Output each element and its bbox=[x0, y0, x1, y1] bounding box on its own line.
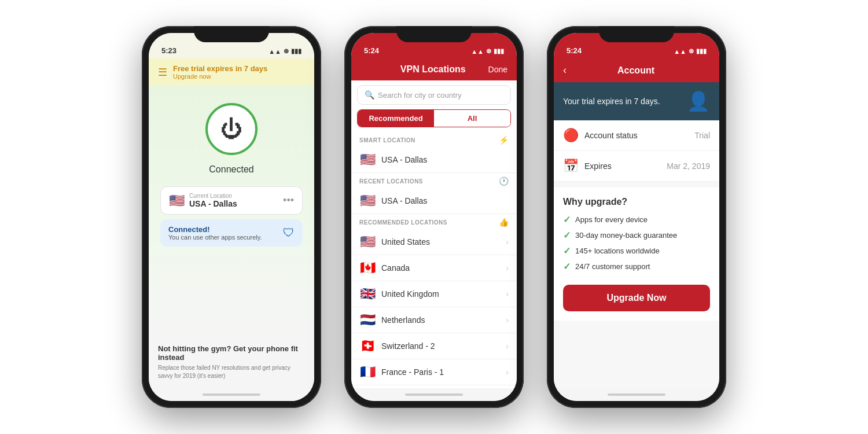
list-item-uk[interactable]: 🇬🇧 United Kingdom › bbox=[351, 281, 517, 307]
trial-banner: ☰ Free trial expires in 7 days Upgrade n… bbox=[149, 58, 314, 86]
trial-info-bar: Your trial expires in 7 days. 👤 bbox=[554, 82, 719, 120]
feature-text-1: Apps for every device bbox=[575, 215, 648, 224]
current-location-label: Current Location bbox=[189, 193, 237, 199]
recent-header: RECENT LOCATIONS 🕐 bbox=[351, 173, 517, 188]
avatar-icon: 👤 bbox=[687, 90, 710, 112]
trial-info-text: Your trial expires in 7 days. bbox=[563, 97, 660, 106]
smart-location-item[interactable]: 🇺🇸 USA - Dallas bbox=[351, 147, 517, 173]
expires-value: Mar 2, 2019 bbox=[667, 161, 710, 171]
chevron-icon: › bbox=[506, 367, 509, 377]
signal-icon: ▲▲ bbox=[269, 48, 281, 55]
expires-label: Expires bbox=[584, 161, 612, 171]
connected-label: Connected bbox=[209, 164, 253, 175]
clock-icon: 🕐 bbox=[499, 176, 509, 186]
tab-all[interactable]: All bbox=[434, 110, 510, 127]
status-icons-1: ▲▲ ⊛ ▮▮▮ bbox=[269, 47, 301, 55]
status-time-2: 5:24 bbox=[364, 46, 379, 55]
home-indicator-3 bbox=[554, 388, 719, 401]
location-details: Current Location USA - Dallas bbox=[189, 193, 237, 208]
news-section: Not hitting the gym? Get your phone fit … bbox=[149, 336, 314, 388]
phone-1: 5:23 ▲▲ ⊛ ▮▮▮ ☰ Free trial expires in 7 … bbox=[142, 26, 321, 408]
news-text: Replace those failed NY resolutions and … bbox=[158, 364, 305, 380]
location-card[interactable]: 🇺🇸 Current Location USA - Dallas ••• bbox=[160, 186, 303, 215]
signal-icon-3: ▲▲ bbox=[674, 48, 686, 55]
list-item-nl[interactable]: 🇳🇱 Netherlands › bbox=[351, 307, 517, 333]
feature-3: ✓ 145+ locations worldwide bbox=[563, 245, 710, 256]
news-title: Not hitting the gym? Get your phone fit … bbox=[158, 344, 305, 362]
back-button[interactable]: ‹ bbox=[563, 64, 567, 76]
shield-icon: 🛡 bbox=[283, 226, 295, 240]
home-indicator bbox=[149, 388, 314, 401]
wifi-icon-3: ⊛ bbox=[689, 47, 694, 55]
search-bar[interactable]: 🔍 Search for city or country bbox=[357, 85, 511, 105]
account-status-item: 🔴 Account status Trial bbox=[554, 120, 719, 151]
thumb-icon: 👍 bbox=[499, 218, 509, 227]
upgrade-section: Why upgrade? ✓ Apps for every device ✓ 3… bbox=[554, 187, 719, 321]
account-status-left: 🔴 Account status bbox=[563, 128, 638, 143]
locations-list: SMART LOCATION ⚡ 🇺🇸 USA - Dallas RECENT … bbox=[351, 132, 517, 388]
list-item-us[interactable]: 🇺🇸 United States › bbox=[351, 229, 517, 255]
main-area: ⏻ Connected 🇺🇸 Current Location USA - Da… bbox=[149, 86, 314, 336]
chevron-icon: › bbox=[506, 341, 509, 351]
battery-icon-3: ▮▮▮ bbox=[696, 47, 707, 55]
check-icon-1: ✓ bbox=[563, 214, 571, 225]
connected-title: Connected! bbox=[168, 225, 262, 234]
expires-item: 📅 Expires Mar 2, 2019 bbox=[554, 151, 719, 182]
check-icon-2: ✓ bbox=[563, 230, 571, 241]
more-icon[interactable]: ••• bbox=[283, 194, 294, 207]
signal-icon-2: ▲▲ bbox=[471, 48, 484, 55]
list-item-ch[interactable]: 🇨🇭 Switzerland - 2 › bbox=[351, 333, 517, 359]
chevron-icon: › bbox=[506, 315, 509, 325]
notch bbox=[194, 26, 269, 42]
upgrade-button[interactable]: Upgrade Now bbox=[563, 285, 710, 311]
check-icon-4: ✓ bbox=[563, 261, 571, 272]
home-bar-3 bbox=[608, 393, 665, 396]
account-header: ‹ Account bbox=[554, 58, 719, 82]
wifi-icon-2: ⊛ bbox=[486, 47, 491, 55]
status-icons-2: ▲▲ ⊛ ▮▮▮ bbox=[471, 47, 504, 55]
lightning-icon: ⚡ bbox=[499, 135, 509, 145]
status-time-3: 5:24 bbox=[567, 46, 582, 55]
expires-left: 📅 Expires bbox=[563, 159, 612, 174]
phone1-body: ☰ Free trial expires in 7 days Upgrade n… bbox=[149, 58, 314, 401]
connected-banner: Connected! You can use other apps secure… bbox=[160, 219, 303, 247]
current-city: USA - Dallas bbox=[189, 199, 237, 208]
smart-location-header: SMART LOCATION ⚡ bbox=[351, 132, 517, 147]
done-button[interactable]: Done bbox=[488, 65, 507, 74]
feature-text-2: 30-day money-back guarantee bbox=[575, 231, 677, 240]
search-placeholder: Search for city or country bbox=[378, 91, 462, 100]
feature-text-4: 24/7 customer support bbox=[575, 262, 650, 271]
feature-text-3: 145+ locations worldwide bbox=[575, 247, 660, 255]
vpn-header: VPN Locations Done bbox=[351, 58, 517, 80]
chevron-icon: › bbox=[506, 289, 509, 299]
feature-4: ✓ 24/7 customer support bbox=[563, 261, 710, 272]
phone-3: 5:24 ▲▲ ⊛ ▮▮▮ ‹ Account Your trial expir… bbox=[547, 26, 726, 408]
wifi-icon: ⊛ bbox=[284, 47, 289, 55]
recent-location-item[interactable]: 🇺🇸 USA - Dallas bbox=[351, 188, 517, 214]
battery-icon-2: ▮▮▮ bbox=[494, 47, 504, 55]
notch-3 bbox=[599, 26, 674, 42]
check-icon-3: ✓ bbox=[563, 245, 571, 256]
notch-2 bbox=[396, 26, 472, 42]
list-item-fr[interactable]: 🇫🇷 France - Paris - 1 › bbox=[351, 359, 517, 385]
recommended-header: RECOMMENDED LOCATIONS 👍 bbox=[351, 214, 517, 229]
status-time-1: 5:23 bbox=[161, 46, 176, 55]
phone-2: 5:24 ▲▲ ⊛ ▮▮▮ VPN Locations Done 🔍 Searc… bbox=[344, 26, 524, 408]
smart-location-name: USA - Dallas bbox=[381, 155, 509, 164]
account-status-icon: 🔴 bbox=[563, 128, 579, 143]
location-flag: 🇺🇸 bbox=[169, 193, 185, 208]
list-item-ca[interactable]: 🇨🇦 Canada › bbox=[351, 255, 517, 281]
account-title: Account bbox=[572, 65, 700, 76]
power-button[interactable]: ⏻ bbox=[205, 103, 258, 155]
location-info: 🇺🇸 Current Location USA - Dallas bbox=[169, 193, 237, 208]
upgrade-link[interactable]: Upgrade now bbox=[173, 73, 267, 80]
trial-text: Free trial expires in 7 days Upgrade now bbox=[173, 64, 267, 80]
status-icons-3: ▲▲ ⊛ ▮▮▮ bbox=[674, 47, 707, 55]
vpn-title: VPN Locations bbox=[378, 64, 488, 75]
recent-name: USA - Dallas bbox=[381, 196, 509, 205]
home-bar-2 bbox=[405, 393, 463, 396]
battery-icon: ▮▮▮ bbox=[291, 47, 301, 55]
hamburger-icon[interactable]: ☰ bbox=[158, 66, 167, 79]
tab-recommended[interactable]: Recommended bbox=[358, 110, 434, 127]
power-icon: ⏻ bbox=[220, 117, 242, 142]
